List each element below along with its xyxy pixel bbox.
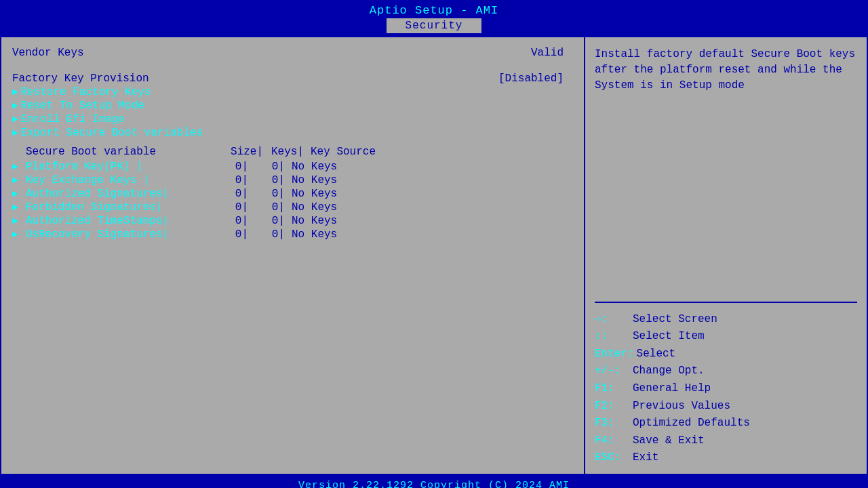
key-desc: Select xyxy=(637,346,676,363)
key-help: ↔:Select Screen↕:Select ItemEnter:Select… xyxy=(595,311,857,467)
key-help-line: F2:Previous Values xyxy=(595,398,857,415)
key-code: ↕: xyxy=(595,328,630,346)
key-help-line: Enter:Select xyxy=(595,346,857,363)
vendor-keys-row: Vendor Keys Valid xyxy=(12,47,577,59)
table-row[interactable]: ► Authorized TimeStamps| 0| 0| No Keys xyxy=(12,215,577,227)
header: Aptio Setup - AMI Security xyxy=(0,0,868,36)
factory-key-row: Factory Key Provision [Disabled] xyxy=(12,73,577,85)
table-row[interactable]: ► Authorized Signatures| 0| 0| No Keys xyxy=(12,188,577,200)
arrow-icon: ► xyxy=(12,175,23,186)
footer-text: Version 2.22.1292 Copyright (C) 2024 AMI xyxy=(298,480,570,488)
factory-key-value: [Disabled] xyxy=(498,73,577,85)
arrow-icon: ► xyxy=(12,87,18,98)
arrow-icon: ► xyxy=(12,114,18,125)
key-code: F4: xyxy=(595,432,630,450)
header-title: Aptio Setup - AMI xyxy=(0,4,868,17)
header-subtitle: Security xyxy=(387,18,482,33)
key-desc: Change Opt. xyxy=(633,363,705,380)
key-code: Enter: xyxy=(595,346,634,363)
table-area: Secure Boot variableSize|Keys|Key Source… xyxy=(12,146,577,241)
key-help-line: F3:Optimized Defaults xyxy=(595,415,857,432)
arrow-icon: ► xyxy=(12,127,18,138)
key-help-line: ESC:Exit xyxy=(595,449,857,467)
arrow-icon: ► xyxy=(12,216,23,226)
table-row[interactable]: ► Key Exchange Keys | 0| 0| No Keys xyxy=(12,174,577,186)
arrow-icon: ► xyxy=(12,161,23,172)
left-panel: Vendor Keys Valid Factory Key Provision … xyxy=(1,37,585,474)
vendor-keys-label: Vendor Keys xyxy=(12,47,84,59)
key-code: ↔: xyxy=(595,311,630,329)
vendor-keys-value: Valid xyxy=(531,47,577,59)
key-desc: Select Item xyxy=(633,328,705,346)
menu-item[interactable]: ►Export Secure Boot variables xyxy=(12,127,577,139)
menu-item[interactable]: ►Restore Factory Keys xyxy=(12,86,577,98)
help-text: Install factory default Secure Boot keys… xyxy=(595,47,857,292)
arrow-icon: ► xyxy=(12,100,18,111)
arrow-icon: ► xyxy=(12,202,23,213)
table-row[interactable]: ► Forbidden Signatures| 0| 0| No Keys xyxy=(12,201,577,214)
key-code: F2: xyxy=(595,398,630,415)
key-code: ESC: xyxy=(595,449,630,467)
menu-items: ►Restore Factory Keys►Reset To Setup Mod… xyxy=(12,86,577,139)
table-row[interactable]: ► OsRecovery Signatures| 0| 0| No Keys xyxy=(12,228,577,241)
table-header: Secure Boot variableSize|Keys|Key Source xyxy=(12,146,577,158)
key-code: +/-: xyxy=(595,363,630,380)
arrow-icon: ► xyxy=(12,229,23,240)
key-help-line: F4:Save & Exit xyxy=(595,432,857,450)
key-desc: Select Screen xyxy=(633,311,717,329)
table-row[interactable]: ► Platform Key(PK) | 0| 0| No Keys xyxy=(12,161,577,173)
right-panel: Install factory default Secure Boot keys… xyxy=(585,37,867,474)
menu-item[interactable]: ►Reset To Setup Mode xyxy=(12,100,577,112)
arrow-icon: ► xyxy=(12,188,23,199)
key-code: F3: xyxy=(595,415,630,432)
key-desc: General Help xyxy=(633,380,711,398)
footer: Version 2.22.1292 Copyright (C) 2024 AMI xyxy=(0,475,868,488)
menu-item[interactable]: ►Enroll Efi Image xyxy=(12,113,577,125)
key-help-line: +/-:Change Opt. xyxy=(595,363,857,380)
key-code: F1: xyxy=(595,380,630,398)
key-help-line: F1:General Help xyxy=(595,380,857,398)
factory-key-label: Factory Key Provision xyxy=(12,73,149,85)
key-desc: Save & Exit xyxy=(633,432,705,450)
main-content: Vendor Keys Valid Factory Key Provision … xyxy=(0,36,868,475)
divider xyxy=(595,302,857,303)
key-desc: Exit xyxy=(633,449,658,467)
key-desc: Previous Values xyxy=(633,398,730,415)
key-help-line: ↔:Select Screen xyxy=(595,311,857,329)
key-help-line: ↕:Select Item xyxy=(595,328,857,346)
key-desc: Optimized Defaults xyxy=(633,415,750,432)
